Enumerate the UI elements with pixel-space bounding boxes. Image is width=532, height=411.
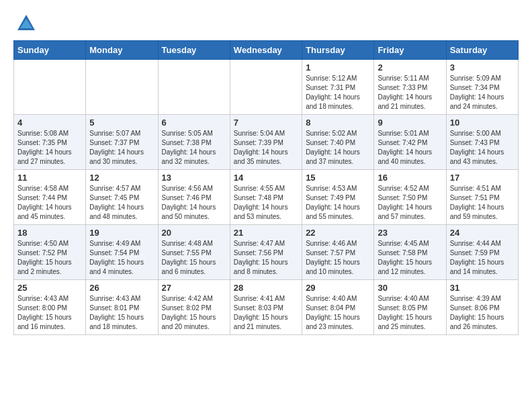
calendar-cell: 30Sunrise: 4:40 AM Sunset: 8:05 PM Dayli… [374, 280, 446, 335]
calendar-week-row: 25Sunrise: 4:43 AM Sunset: 8:00 PM Dayli… [14, 280, 519, 335]
calendar-cell: 23Sunrise: 4:45 AM Sunset: 7:58 PM Dayli… [374, 225, 446, 280]
day-number: 27 [162, 283, 226, 293]
day-number: 22 [306, 228, 370, 238]
calendar-cell: 17Sunrise: 4:51 AM Sunset: 7:51 PM Dayli… [446, 170, 518, 225]
calendar-cell: 7Sunrise: 5:04 AM Sunset: 7:39 PM Daylig… [230, 115, 302, 170]
day-info: Sunrise: 4:40 AM Sunset: 8:05 PM Dayligh… [378, 294, 442, 332]
day-info: Sunrise: 4:48 AM Sunset: 7:55 PM Dayligh… [162, 239, 226, 277]
day-number: 10 [450, 118, 515, 128]
calendar-cell: 5Sunrise: 5:07 AM Sunset: 7:37 PM Daylig… [86, 115, 158, 170]
day-number: 3 [450, 62, 515, 73]
calendar-header-tuesday: Tuesday [158, 41, 230, 60]
calendar-cell [86, 60, 158, 115]
day-info: Sunrise: 5:00 AM Sunset: 7:43 PM Dayligh… [450, 129, 515, 167]
calendar-week-row: 4Sunrise: 5:08 AM Sunset: 7:35 PM Daylig… [14, 115, 519, 170]
day-number: 23 [378, 228, 442, 238]
calendar-week-row: 11Sunrise: 4:58 AM Sunset: 7:44 PM Dayli… [14, 170, 519, 225]
calendar-cell: 24Sunrise: 4:44 AM Sunset: 7:59 PM Dayli… [446, 225, 518, 280]
calendar-cell: 8Sunrise: 5:02 AM Sunset: 7:40 PM Daylig… [302, 115, 374, 170]
calendar-header-wednesday: Wednesday [230, 41, 302, 60]
calendar-cell: 29Sunrise: 4:40 AM Sunset: 8:04 PM Dayli… [302, 280, 374, 335]
day-info: Sunrise: 5:11 AM Sunset: 7:33 PM Dayligh… [378, 74, 442, 111]
day-number: 18 [17, 228, 82, 238]
calendar-cell: 26Sunrise: 4:43 AM Sunset: 8:01 PM Dayli… [86, 280, 158, 335]
calendar-header-row: SundayMondayTuesdayWednesdayThursdayFrid… [14, 41, 519, 60]
day-number: 2 [378, 62, 442, 73]
day-info: Sunrise: 4:41 AM Sunset: 8:03 PM Dayligh… [234, 294, 298, 332]
calendar-cell: 22Sunrise: 4:46 AM Sunset: 7:57 PM Dayli… [302, 225, 374, 280]
day-number: 1 [306, 62, 370, 73]
day-number: 15 [306, 173, 370, 183]
day-info: Sunrise: 4:55 AM Sunset: 7:48 PM Dayligh… [234, 184, 298, 222]
day-number: 25 [17, 283, 82, 293]
calendar-cell [14, 60, 86, 115]
day-number: 13 [162, 173, 226, 183]
logo [13, 13, 36, 34]
calendar-cell: 4Sunrise: 5:08 AM Sunset: 7:35 PM Daylig… [14, 115, 86, 170]
calendar-table: SundayMondayTuesdayWednesdayThursdayFrid… [13, 40, 519, 335]
calendar-cell: 21Sunrise: 4:47 AM Sunset: 7:56 PM Dayli… [230, 225, 302, 280]
logo-icon [16, 13, 36, 34]
day-info: Sunrise: 5:02 AM Sunset: 7:40 PM Dayligh… [306, 129, 370, 167]
calendar-cell: 18Sunrise: 4:50 AM Sunset: 7:52 PM Dayli… [14, 225, 86, 280]
day-number: 26 [89, 283, 154, 293]
day-number: 16 [378, 173, 442, 183]
day-number: 31 [450, 283, 515, 293]
day-info: Sunrise: 5:09 AM Sunset: 7:34 PM Dayligh… [450, 74, 515, 111]
calendar-cell: 3Sunrise: 5:09 AM Sunset: 7:34 PM Daylig… [446, 60, 518, 115]
calendar-cell: 19Sunrise: 4:49 AM Sunset: 7:54 PM Dayli… [86, 225, 158, 280]
calendar-header-friday: Friday [374, 41, 446, 60]
day-number: 24 [450, 228, 515, 238]
day-info: Sunrise: 4:43 AM Sunset: 8:00 PM Dayligh… [17, 294, 82, 332]
day-info: Sunrise: 4:46 AM Sunset: 7:57 PM Dayligh… [306, 239, 370, 277]
calendar-header-thursday: Thursday [302, 41, 374, 60]
calendar-week-row: 1Sunrise: 5:12 AM Sunset: 7:31 PM Daylig… [14, 60, 519, 115]
day-info: Sunrise: 4:47 AM Sunset: 7:56 PM Dayligh… [234, 239, 298, 277]
day-info: Sunrise: 5:08 AM Sunset: 7:35 PM Dayligh… [17, 129, 82, 167]
day-number: 6 [162, 118, 226, 128]
day-number: 21 [234, 228, 298, 238]
day-number: 29 [306, 283, 370, 293]
calendar-cell: 1Sunrise: 5:12 AM Sunset: 7:31 PM Daylig… [302, 60, 374, 115]
day-number: 28 [234, 283, 298, 293]
calendar-cell: 11Sunrise: 4:58 AM Sunset: 7:44 PM Dayli… [14, 170, 86, 225]
calendar-cell: 28Sunrise: 4:41 AM Sunset: 8:03 PM Dayli… [230, 280, 302, 335]
day-number: 4 [17, 118, 82, 128]
calendar-header-monday: Monday [86, 41, 158, 60]
day-number: 12 [89, 173, 154, 183]
day-info: Sunrise: 4:53 AM Sunset: 7:49 PM Dayligh… [306, 184, 370, 222]
calendar-week-row: 18Sunrise: 4:50 AM Sunset: 7:52 PM Dayli… [14, 225, 519, 280]
calendar-cell: 13Sunrise: 4:56 AM Sunset: 7:46 PM Dayli… [158, 170, 230, 225]
calendar-cell [230, 60, 302, 115]
day-info: Sunrise: 4:50 AM Sunset: 7:52 PM Dayligh… [17, 239, 82, 277]
calendar-header-saturday: Saturday [446, 41, 518, 60]
calendar-cell: 27Sunrise: 4:42 AM Sunset: 8:02 PM Dayli… [158, 280, 230, 335]
day-number: 30 [378, 283, 442, 293]
day-info: Sunrise: 4:57 AM Sunset: 7:45 PM Dayligh… [89, 184, 154, 222]
day-info: Sunrise: 5:05 AM Sunset: 7:38 PM Dayligh… [162, 129, 226, 167]
calendar-cell: 25Sunrise: 4:43 AM Sunset: 8:00 PM Dayli… [14, 280, 86, 335]
calendar-cell: 9Sunrise: 5:01 AM Sunset: 7:42 PM Daylig… [374, 115, 446, 170]
day-number: 11 [17, 173, 82, 183]
calendar-cell: 12Sunrise: 4:57 AM Sunset: 7:45 PM Dayli… [86, 170, 158, 225]
page-header [13, 13, 519, 34]
calendar-cell: 6Sunrise: 5:05 AM Sunset: 7:38 PM Daylig… [158, 115, 230, 170]
day-number: 7 [234, 118, 298, 128]
day-number: 17 [450, 173, 515, 183]
day-info: Sunrise: 4:51 AM Sunset: 7:51 PM Dayligh… [450, 184, 515, 222]
day-number: 5 [89, 118, 154, 128]
calendar-cell: 20Sunrise: 4:48 AM Sunset: 7:55 PM Dayli… [158, 225, 230, 280]
day-info: Sunrise: 4:40 AM Sunset: 8:04 PM Dayligh… [306, 294, 370, 332]
calendar-cell [158, 60, 230, 115]
day-info: Sunrise: 4:58 AM Sunset: 7:44 PM Dayligh… [17, 184, 82, 222]
day-info: Sunrise: 5:07 AM Sunset: 7:37 PM Dayligh… [89, 129, 154, 167]
calendar-cell: 15Sunrise: 4:53 AM Sunset: 7:49 PM Dayli… [302, 170, 374, 225]
calendar-cell: 10Sunrise: 5:00 AM Sunset: 7:43 PM Dayli… [446, 115, 518, 170]
calendar-cell: 16Sunrise: 4:52 AM Sunset: 7:50 PM Dayli… [374, 170, 446, 225]
day-info: Sunrise: 4:52 AM Sunset: 7:50 PM Dayligh… [378, 184, 442, 222]
day-number: 19 [89, 228, 154, 238]
day-info: Sunrise: 5:01 AM Sunset: 7:42 PM Dayligh… [378, 129, 442, 167]
day-number: 14 [234, 173, 298, 183]
day-info: Sunrise: 4:39 AM Sunset: 8:06 PM Dayligh… [450, 294, 515, 332]
day-number: 8 [306, 118, 370, 128]
